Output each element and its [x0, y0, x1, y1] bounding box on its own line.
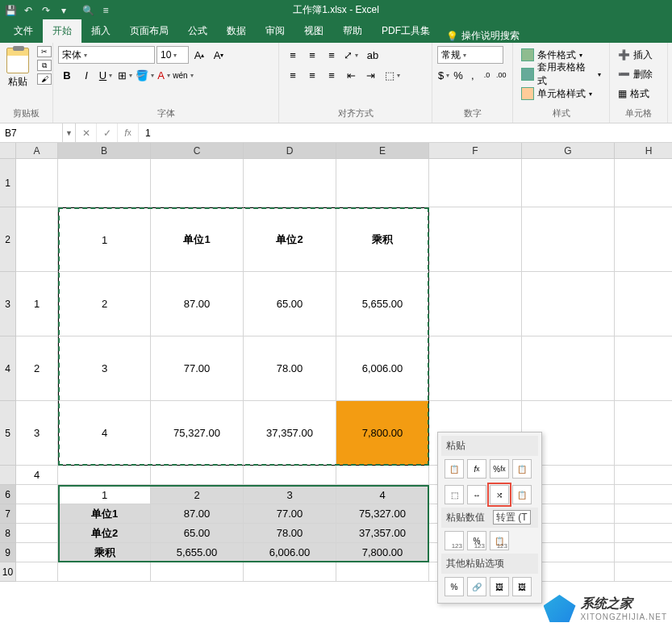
row-header-6[interactable]: 6 [0, 485, 16, 504]
cell[interactable] [16, 504, 58, 524]
paste-keep-widths-icon[interactable]: ↔ [467, 485, 486, 504]
tab-data[interactable]: 数据 [217, 19, 256, 43]
row-header-3[interactable]: 3 [0, 272, 16, 336]
paste-button[interactable]: 粘贴 [5, 46, 31, 90]
borders-button[interactable]: ⊞ [116, 66, 134, 84]
cell-value[interactable]: 单位1 [58, 504, 151, 524]
paste-link-icon[interactable]: 🔗 [467, 577, 486, 596]
cell-value[interactable]: 3 [244, 485, 336, 504]
column-header-A[interactable]: A [16, 143, 58, 159]
tell-me-search[interactable]: 💡 操作说明搜索 [446, 29, 520, 43]
format-as-table-button[interactable]: 套用表格格式▾ [518, 65, 604, 83]
name-box-dropdown-icon[interactable]: ▼ [63, 123, 76, 142]
cell[interactable] [615, 543, 672, 562]
save-icon[interactable]: 💾 [5, 5, 16, 16]
column-header-F[interactable]: F [429, 143, 522, 159]
select-all-corner[interactable] [0, 143, 16, 159]
tab-view[interactable]: 视图 [294, 19, 333, 43]
cell-value[interactable]: 2 [151, 485, 244, 504]
cell[interactable] [16, 485, 58, 504]
cell-value[interactable]: 65.00 [244, 272, 336, 336]
row-header-8[interactable]: 8 [0, 524, 16, 543]
cell[interactable] [16, 207, 58, 272]
cell-value[interactable]: 4 [336, 485, 429, 504]
cell[interactable] [429, 207, 522, 272]
cell-value[interactable]: 单位2 [244, 207, 336, 272]
cell-value[interactable]: 75,327.00 [336, 504, 429, 524]
font-size-dropdown[interactable]: 10 [157, 46, 189, 64]
cell-value[interactable]: 78.00 [244, 336, 336, 401]
paste-linked-picture-icon[interactable]: 🖼 [512, 577, 532, 596]
font-name-dropdown[interactable]: 宋体 [58, 46, 155, 64]
row-header-4[interactable]: 4 [0, 336, 16, 401]
cell-value[interactable]: 乘积 [336, 207, 429, 272]
row-header-10[interactable]: 10 [0, 562, 16, 582]
cell-value[interactable]: 87.00 [151, 272, 244, 336]
cell-value[interactable]: 6,006.00 [336, 336, 429, 401]
cell[interactable] [615, 485, 672, 504]
paste-no-borders-icon[interactable]: ⬚ [445, 485, 464, 504]
paste-picture-icon[interactable]: 🖼 [490, 577, 509, 596]
paste-formulas-icon[interactable]: fx [467, 459, 486, 479]
cell[interactable] [16, 543, 58, 562]
fx-icon[interactable]: fx [118, 123, 139, 142]
cell[interactable] [16, 159, 58, 207]
paste-all-icon[interactable]: 📋 [445, 459, 464, 479]
cell[interactable] [16, 562, 58, 582]
insert-cells-button[interactable]: ➕插入 [615, 46, 662, 64]
cell-value[interactable]: 1 [58, 485, 151, 504]
increase-indent-icon[interactable]: ⇥ [361, 66, 379, 84]
align-center-icon[interactable]: ≡ [303, 66, 321, 84]
cell[interactable] [151, 562, 244, 582]
cancel-formula-icon[interactable]: ✕ [76, 123, 97, 142]
cell[interactable] [58, 466, 151, 485]
cell-value[interactable]: 3 [58, 336, 151, 401]
accounting-format-icon[interactable]: $ [437, 66, 450, 84]
tab-review[interactable]: 审阅 [256, 19, 294, 43]
cell-value[interactable]: 4 [58, 401, 151, 466]
row-header-2[interactable]: 2 [0, 207, 16, 272]
cell-value[interactable]: 77.00 [151, 336, 244, 401]
increase-decimal-icon[interactable]: .0 [481, 66, 494, 84]
format-painter-icon[interactable]: 🖌 [37, 73, 52, 85]
tab-page-layout[interactable]: 页面布局 [120, 19, 178, 43]
cell[interactable] [244, 562, 336, 582]
cell[interactable] [615, 159, 672, 207]
cell-value[interactable]: 5,655.00 [151, 543, 244, 562]
paste-formulas-number-icon[interactable]: %fx [490, 459, 509, 479]
cell[interactable] [16, 524, 58, 543]
column-header-D[interactable]: D [244, 143, 336, 159]
font-color-button[interactable]: A [155, 66, 173, 84]
row-header-9[interactable]: 9 [0, 543, 16, 562]
number-format-dropdown[interactable]: 常规 [437, 46, 503, 64]
decrease-font-icon[interactable]: A▾ [210, 46, 227, 64]
tab-file[interactable]: 文件 [4, 19, 43, 43]
column-header-H[interactable]: H [615, 143, 672, 159]
paste-values-icon[interactable]: 123 [445, 531, 464, 550]
cell-value[interactable]: 37,357.00 [336, 524, 429, 543]
cell-value[interactable]: 乘积 [58, 543, 151, 562]
cell-value[interactable]: 2 [58, 272, 151, 336]
redo-icon[interactable]: ↷ [40, 5, 52, 16]
cell[interactable] [429, 336, 522, 401]
cell-value[interactable]: 单位1 [151, 207, 244, 272]
wrap-text-icon[interactable]: ab [361, 46, 384, 64]
cell-value[interactable]: 7,800.00 [336, 543, 429, 562]
cell[interactable] [151, 466, 244, 485]
paste-keep-source-icon[interactable]: 📋 [512, 459, 532, 479]
cell-value[interactable]: 5,655.00 [336, 272, 429, 336]
cut-icon[interactable]: ✂ [37, 46, 52, 57]
cell-value[interactable]: 1 [58, 207, 151, 272]
comma-format-icon[interactable]: , [466, 66, 479, 84]
format-cells-button[interactable]: ▦格式 [615, 85, 662, 102]
tab-insert[interactable]: 插入 [81, 19, 120, 43]
cell-value[interactable]: 1 [16, 272, 58, 336]
undo-icon[interactable]: ↶ [23, 5, 34, 16]
cell[interactable] [429, 272, 522, 336]
cell[interactable] [336, 159, 429, 207]
decrease-decimal-icon[interactable]: .00 [495, 66, 507, 84]
delete-cells-button[interactable]: ➖删除 [615, 65, 662, 83]
paste-formatting-icon[interactable]: % [445, 577, 464, 596]
paste-values-number-icon[interactable]: %123 [467, 531, 486, 550]
row-header-[interactable] [0, 466, 16, 485]
